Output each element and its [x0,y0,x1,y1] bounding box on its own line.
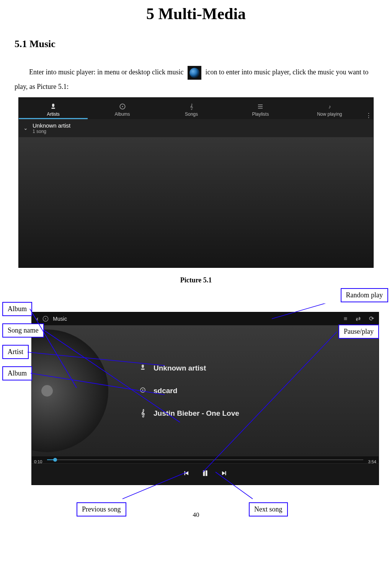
svg-text:𝄞: 𝄞 [190,103,193,110]
page-number: 40 [0,511,392,519]
time-elapsed: 0:10 [34,459,42,464]
song-icon: 𝄞 [139,409,147,417]
album-icon [139,387,147,395]
figure-5-2-wrap: ‹ Music ≡ ⇄ ⟳ Unknown artist [0,303,392,503]
player-album: sdcard [154,387,177,395]
callout-album: Album [2,366,32,380]
artist-row[interactable]: ⌄ Unknown artist 1 song [19,119,373,137]
tab-artists[interactable]: Artists [19,102,88,119]
overflow-menu-icon[interactable]: ⋮ [364,112,373,119]
tab-label: Now playing [317,111,342,117]
back-icon[interactable]: ‹ [36,315,38,322]
callout-pause-play: Pause/play [338,325,379,339]
albums-icon [119,103,126,110]
music-tab-bar: Artists Albums 𝄞 Songs Playlists ♪ Now p… [19,98,373,119]
shuffle-icon[interactable]: ⇄ [356,315,361,322]
meta-song-row: 𝄞 Justin Bieber - One Love [139,409,379,418]
svg-point-7 [142,389,144,390]
play-pause-button[interactable] [201,469,209,479]
artist-subtitle: 1 song [33,129,70,134]
empty-list-area [19,137,373,267]
para-text-pre: Enter into music player: in menu or desk… [29,68,183,76]
tab-playlists[interactable]: Playlists [226,102,295,119]
player-song: Justin Bieber - One Love [154,409,239,418]
callout-random: Random play [341,288,389,302]
progress-bar[interactable]: 0:10 3:54 [32,456,379,463]
chapter-title: 5 Multi-Media [0,0,392,38]
music-app-icon [188,66,201,80]
player-artist: Unknown artist [154,364,206,372]
callout-artist: Artist [2,345,29,359]
artist-icon [139,364,147,373]
progress-thumb[interactable] [53,458,57,462]
figure-5-2: ‹ Music ≡ ⇄ ⟳ Unknown artist [31,312,379,485]
player-action-bar: ‹ Music ≡ ⇄ ⟳ [32,312,379,325]
player-app-title: Music [53,316,67,322]
tab-albums[interactable]: Albums [88,102,157,119]
svg-text:♪: ♪ [328,103,331,109]
intro-paragraph: Enter into music player: in menu or desk… [0,65,392,93]
player-controls [32,463,379,485]
artist-name: Unknown artist [33,122,70,129]
app-icon [42,315,49,322]
next-button[interactable] [221,470,228,479]
album-art [32,325,139,456]
disc-image [32,330,108,452]
tab-songs[interactable]: 𝄞 Songs [157,102,226,119]
repeat-icon[interactable]: ⟳ [369,315,374,322]
meta-album-row: sdcard [139,387,379,395]
callout-song-name: Song name [2,323,44,338]
previous-button[interactable] [183,470,189,479]
tab-now-playing[interactable]: ♪ Now playing [295,102,364,119]
playlists-icon [257,103,264,110]
playlist-icon[interactable]: ≡ [344,315,347,322]
section-title: 5.1 Music [0,38,392,65]
tab-label: Albums [115,111,130,117]
tab-label: Songs [185,111,198,117]
svg-point-5 [45,318,46,319]
chevron-down-icon: ⌄ [23,125,28,131]
callout-album-art: Album [2,302,32,316]
songs-icon: 𝄞 [188,103,195,110]
figure-5-1-caption: Picture 5.1 [0,270,392,288]
time-total: 3:54 [368,459,376,464]
tab-label: Artists [47,111,60,117]
now-playing-icon: ♪ [326,103,333,110]
figure-5-1: Artists Albums 𝄞 Songs Playlists ♪ Now p… [18,97,374,268]
svg-point-1 [122,106,123,107]
tab-label: Playlists [252,111,269,117]
artists-icon [50,103,57,110]
meta-artist-row: Unknown artist [139,364,379,373]
